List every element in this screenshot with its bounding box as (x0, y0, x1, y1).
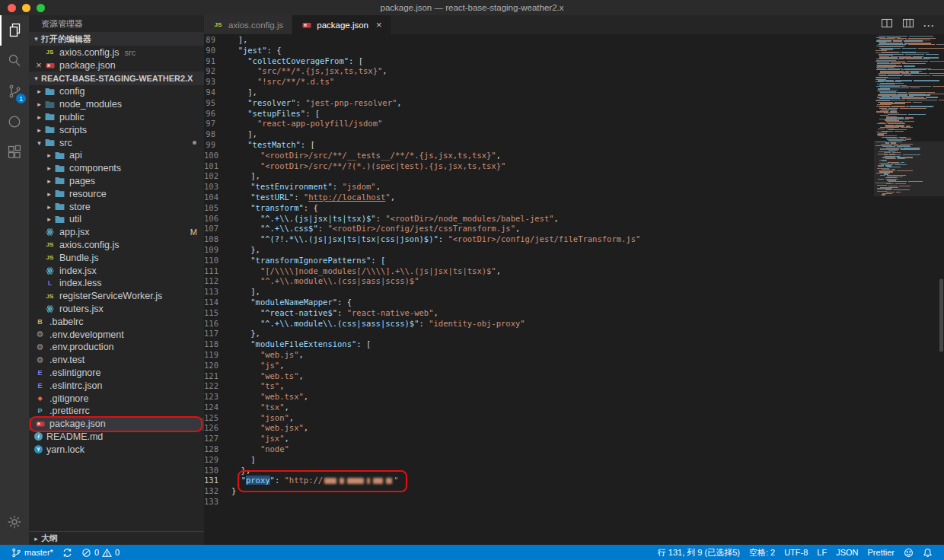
code-line-117[interactable]: 117 }, (204, 329, 874, 339)
tree-item-scripts[interactable]: ▸scripts (29, 123, 204, 136)
tree-item-.env.production[interactable]: ⚙.env.production (29, 341, 204, 354)
encoding-setting[interactable]: UTF-8 (780, 545, 812, 560)
minimap[interactable] (874, 34, 944, 545)
settings-gear-icon[interactable] (0, 507, 29, 537)
tree-item-registerserviceworker.js[interactable]: JSregisterServiceWorker.js (29, 290, 204, 303)
open-editors-header[interactable]: 打开的编辑器 (29, 32, 204, 46)
cursor-position[interactable]: 行 131, 列 9 (已选择5) (653, 545, 745, 560)
minimize-window-button[interactable] (22, 4, 30, 12)
tree-item-components[interactable]: ▸components (29, 162, 204, 175)
debug-icon[interactable] (0, 107, 29, 137)
tree-item-.eslintrc.json[interactable]: E.eslintrc.json (29, 379, 204, 392)
code-line-129[interactable]: 129 ] (204, 455, 874, 466)
split-editor-icon[interactable] (881, 18, 893, 32)
code-line-108[interactable]: 108 "^(?!.*\\.(js|jsx|ts|tsx|css|json)$)… (204, 234, 874, 245)
tree-item-store[interactable]: ▸store (29, 200, 204, 213)
code-line-133[interactable]: 133 (204, 497, 874, 508)
open-editor-package.json[interactable]: package.json (29, 59, 204, 72)
tree-item-index.less[interactable]: Lindex.less (29, 277, 204, 290)
code-line-113[interactable]: 113 ], (204, 287, 874, 298)
tree-item-.gitignore[interactable]: ◆.gitignore (29, 392, 204, 405)
tab-axios.config.js[interactable]: JSaxios.config.js (204, 15, 292, 34)
language-mode[interactable]: JSON (831, 545, 863, 560)
code-line-126[interactable]: 126 "web.jsx", (204, 423, 874, 434)
code-line-116[interactable]: 116 "^.+\\.module\\.(css|sass|scss)$": "… (204, 319, 874, 329)
code-line-94[interactable]: 94 ], (204, 88, 874, 98)
tab-package.json[interactable]: package.json× (292, 15, 391, 34)
code-line-103[interactable]: 103 "testEnvironment": "jsdom", (204, 182, 874, 192)
tree-item-.babelrc[interactable]: B.babelrc (29, 315, 204, 328)
code-line-90[interactable]: 90 "jest": { (204, 46, 874, 56)
more-actions-icon[interactable] (923, 18, 935, 32)
tree-item-public[interactable]: ▸public (29, 111, 204, 124)
code-line-99[interactable]: 99 "testMatch": [ (204, 140, 874, 151)
tree-item-.env.development[interactable]: ⚙.env.development (29, 328, 204, 341)
tree-item-.env.test[interactable]: ⚙.env.test (29, 354, 204, 367)
code-line-121[interactable]: 121 "web.ts", (204, 371, 874, 382)
code-view[interactable]: 89 ],90 "jest": {91 "collectCoverageFrom… (204, 34, 874, 545)
tree-item-node-modules[interactable]: ▸node_modules (29, 98, 204, 111)
tree-item-package.json[interactable]: package.json (29, 418, 204, 431)
code-line-92[interactable]: 92 "src/**/*.{js,jsx,ts,tsx}", (204, 66, 874, 77)
code-line-100[interactable]: 100 "<rootDir>/src/**/__tests__/**/*.{js… (204, 151, 874, 161)
code-line-131[interactable]: 131 "proxy": "http://" (204, 476, 874, 486)
tree-item-api[interactable]: ▸api (29, 149, 204, 162)
indentation-setting[interactable]: 空格: 2 (745, 545, 780, 560)
tree-item-pages[interactable]: ▸pages (29, 175, 204, 188)
layout-icon[interactable] (902, 18, 914, 32)
code-line-110[interactable]: 110 "transformIgnorePatterns": [ (204, 256, 874, 266)
tree-item-routers.jsx[interactable]: routers.jsx (29, 303, 204, 316)
code-line-125[interactable]: 125 "json", (204, 413, 874, 424)
tree-item-config[interactable]: ▸config (29, 85, 204, 98)
code-line-102[interactable]: 102 ], (204, 171, 874, 182)
code-line-109[interactable]: 109 }, (204, 245, 874, 256)
root-folder-header[interactable]: REACT-BASE-STAGING-WEATHER2.X (29, 72, 204, 85)
tree-item-index.jsx[interactable]: index.jsx (29, 264, 204, 277)
close-icon[interactable] (33, 60, 44, 71)
code-line-114[interactable]: 114 "moduleNameMapper": { (204, 298, 874, 308)
search-icon[interactable] (0, 46, 29, 76)
code-line-91[interactable]: 91 "collectCoverageFrom": [ (204, 56, 874, 67)
tree-item-app.jsx[interactable]: app.jsxM (29, 226, 204, 239)
code-line-111[interactable]: 111 "[/\\\\]node_modules[/\\\\].+\\.(js|… (204, 266, 874, 277)
extensions-icon[interactable] (0, 137, 29, 167)
open-editor-axios.config.js[interactable]: JSaxios.config.jssrc (29, 46, 204, 59)
tree-item-bundle.js[interactable]: JSBundle.js (29, 251, 204, 264)
code-line-104[interactable]: 104 "testURL": "http://localhost", (204, 192, 874, 203)
source-control-icon[interactable]: 1 (0, 76, 29, 107)
code-line-97[interactable]: 97 "react-app-polyfill/jsdom" (204, 119, 874, 129)
eol-setting[interactable]: LF (812, 545, 831, 560)
code-line-101[interactable]: 101 "<rootDir>/src/**/?(*.)(spec|test).{… (204, 161, 874, 172)
tree-item-src[interactable]: ▾src (29, 136, 204, 149)
code-line-119[interactable]: 119 "web.js", (204, 350, 874, 361)
code-line-118[interactable]: 118 "moduleFileExtensions": [ (204, 339, 874, 350)
feedback-smiley-icon[interactable] (899, 545, 918, 560)
code-line-89[interactable]: 89 ], (204, 35, 874, 46)
git-branch-status[interactable]: master* (7, 545, 58, 560)
explorer-icon[interactable] (0, 15, 29, 46)
tree-item-util[interactable]: ▸util (29, 213, 204, 226)
code-line-130[interactable]: 130 }, (204, 466, 874, 476)
code-line-106[interactable]: 106 "^.+\\.(js|jsx|ts|tsx)$": "<rootDir>… (204, 214, 874, 224)
vertical-scrollbar[interactable] (939, 279, 943, 352)
tree-item-yarn.lock[interactable]: Yyarn.lock (29, 443, 204, 456)
sync-button[interactable] (58, 545, 77, 560)
code-line-107[interactable]: 107 "^.+\\.css$": "<rootDir>/config/jest… (204, 224, 874, 234)
close-window-button[interactable] (8, 4, 16, 12)
code-line-93[interactable]: 93 "!src/**/*.d.ts" (204, 77, 874, 88)
code-line-98[interactable]: 98 ], (204, 129, 874, 140)
tree-item-.eslintignore[interactable]: E.eslintignore (29, 367, 204, 380)
code-line-105[interactable]: 105 "transform": { (204, 203, 874, 214)
code-line-120[interactable]: 120 "js", (204, 361, 874, 371)
problems-status[interactable]: 0 0 (77, 545, 124, 560)
tree-item-axios.config.js[interactable]: JSaxios.config.js (29, 239, 204, 252)
close-icon[interactable]: × (376, 19, 382, 30)
tree-item-resource[interactable]: ▸resource (29, 187, 204, 200)
tree-item-readme.md[interactable]: iREADME.md (29, 431, 204, 444)
code-line-122[interactable]: 122 "ts", (204, 381, 874, 392)
maximize-window-button[interactable] (37, 4, 45, 12)
notifications-bell-icon[interactable] (918, 545, 937, 560)
code-line-123[interactable]: 123 "web.tsx", (204, 392, 874, 402)
code-line-128[interactable]: 128 "node" (204, 444, 874, 455)
outline-header[interactable]: 大纲 (29, 531, 204, 545)
